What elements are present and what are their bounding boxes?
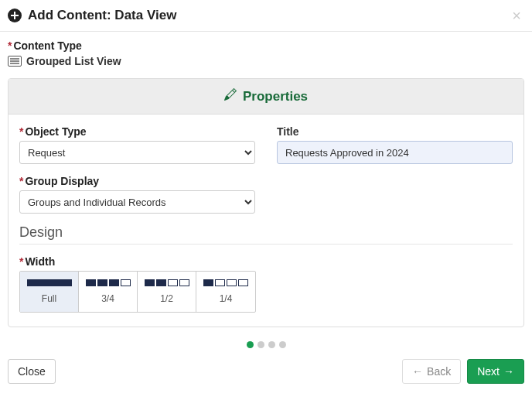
content-type-field: *Content Type Grouped List View (8, 39, 524, 67)
group-display-label: Group Display (25, 175, 99, 187)
dialog-header: Add Content: Data View × (0, 0, 532, 32)
object-type-field: *Object Type Request (19, 125, 255, 164)
group-display-field: *Group Display Groups and Individual Rec… (19, 175, 255, 214)
width-option-three-quarter[interactable]: 3/4 (79, 272, 138, 312)
properties-panel: Properties *Object Type Request *Group D… (8, 78, 524, 327)
dialog-title: Add Content: Data View (28, 8, 512, 23)
object-type-select[interactable]: Request (19, 141, 255, 164)
back-button[interactable]: ← Back (402, 359, 461, 384)
step-dot-3 (268, 341, 275, 348)
width-options: Full 3/4 1/2 1/4 (19, 271, 256, 313)
object-type-label: Object Type (25, 125, 86, 138)
width-option-half[interactable]: 1/2 (138, 272, 196, 312)
step-dot-2 (257, 341, 264, 348)
width-label: Width (25, 255, 55, 268)
title-field: Title (277, 125, 513, 164)
width-option-full[interactable]: Full (20, 272, 79, 312)
title-input[interactable] (277, 141, 513, 164)
properties-title: Properties (243, 89, 308, 104)
arrow-left-icon: ← (412, 365, 423, 378)
close-button[interactable]: Close (8, 359, 56, 384)
close-icon[interactable]: × (512, 8, 521, 23)
arrow-right-icon: → (503, 365, 514, 378)
design-heading: Design (19, 224, 513, 241)
title-label: Title (277, 125, 513, 138)
properties-header: Properties (9, 79, 523, 115)
plus-circle-icon (8, 9, 22, 22)
pencil-icon (224, 88, 237, 104)
content-type-value: Grouped List View (26, 55, 121, 67)
step-indicator (8, 341, 524, 348)
next-button[interactable]: Next → (467, 359, 524, 384)
dialog-footer: Close ← Back Next → (0, 359, 532, 393)
content-type-label: Content Type (13, 39, 81, 52)
grouped-list-icon (8, 56, 22, 67)
step-dot-1 (247, 341, 254, 348)
group-display-select[interactable]: Groups and Individual Records (19, 190, 255, 214)
width-option-quarter[interactable]: 1/4 (196, 272, 255, 312)
step-dot-4 (279, 341, 286, 348)
divider (19, 244, 513, 245)
